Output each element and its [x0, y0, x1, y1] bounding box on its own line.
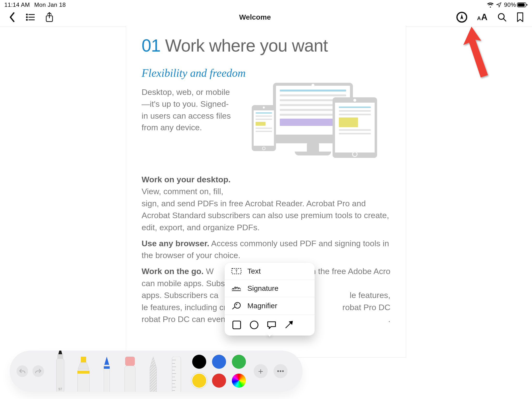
shape-circle-button[interactable] — [249, 320, 259, 330]
swatch-green[interactable] — [232, 355, 246, 369]
svg-rect-21 — [56, 359, 64, 392]
shape-speech-button[interactable] — [266, 320, 277, 330]
tool-eraser[interactable] — [121, 357, 139, 392]
swatch-black[interactable] — [192, 355, 206, 369]
svg-rect-24 — [77, 371, 90, 374]
svg-rect-27 — [125, 357, 135, 366]
battery-pct: 90% — [504, 1, 516, 8]
svg-point-16 — [235, 302, 240, 308]
popover-label: Signature — [247, 284, 278, 292]
status-time: 11:14 AM — [4, 1, 30, 8]
text-size-button[interactable]: AA — [477, 12, 487, 22]
app-toolbar: Welcome AA — [0, 9, 532, 27]
battery-icon — [517, 2, 528, 8]
pen-size: 97 — [58, 387, 62, 391]
popover-label: Magnifier — [247, 302, 277, 310]
tool-lasso[interactable] — [144, 357, 163, 392]
page-heading: 01 Work where you want — [142, 37, 390, 55]
paragraph-desktop: Work on your desktop. View, comment on, … — [142, 174, 390, 234]
shape-arrow-button[interactable] — [284, 320, 294, 330]
document-title: Welcome — [239, 13, 271, 21]
paragraph-browser: Use any browser. Access commonly used PD… — [142, 238, 390, 261]
markup-toolbar: 97 80 50 ＋ — [10, 351, 303, 392]
tool-ruler[interactable] — [167, 357, 186, 392]
redo-button[interactable] — [32, 365, 44, 377]
back-button[interactable] — [8, 12, 16, 22]
swatch-yellow[interactable] — [192, 374, 206, 388]
svg-point-7 — [26, 19, 27, 20]
magnifier-icon — [231, 301, 242, 310]
svg-rect-32 — [172, 357, 181, 392]
status-date: Mon Jan 18 — [34, 1, 66, 8]
svg-rect-22 — [81, 357, 86, 362]
color-swatches — [192, 355, 246, 388]
search-button[interactable] — [497, 12, 507, 22]
text-box-icon: T — [231, 268, 242, 275]
svg-rect-1 — [518, 3, 525, 7]
swatch-red[interactable] — [212, 374, 226, 388]
share-button[interactable] — [45, 12, 54, 23]
svg-point-43 — [277, 370, 279, 372]
tool-pencil[interactable]: 50 — [97, 357, 116, 392]
heading-number: 01 — [142, 36, 160, 55]
outline-button[interactable] — [26, 13, 35, 21]
bookmark-button[interactable] — [517, 12, 524, 22]
popover-item-text[interactable]: T Text — [225, 263, 315, 280]
svg-rect-25 — [104, 365, 110, 392]
add-tool-button[interactable]: ＋ — [254, 364, 268, 378]
heading-text: Work where you want — [160, 36, 328, 55]
popover-item-magnifier[interactable]: Magnifier — [225, 297, 315, 315]
more-button[interactable] — [274, 364, 288, 378]
svg-rect-2 — [526, 4, 527, 6]
svg-rect-31 — [150, 366, 157, 392]
svg-rect-28 — [125, 366, 135, 392]
svg-point-3 — [26, 14, 27, 15]
location-icon — [496, 2, 502, 8]
status-bar: 11:14 AM Mon Jan 18 90% — [0, 0, 532, 9]
devices-illustration — [238, 83, 390, 163]
popover-item-signature[interactable]: Signature — [225, 280, 315, 297]
tool-highlighter[interactable]: 80 — [74, 357, 93, 392]
svg-point-44 — [280, 370, 281, 372]
markup-mode-button[interactable] — [456, 12, 467, 23]
battery-indicator: 90% — [504, 1, 528, 8]
signature-icon — [231, 285, 242, 292]
page-subheading: Flexibility and freedom — [142, 67, 390, 79]
swatch-blue[interactable] — [212, 355, 226, 369]
annotation-popover: T Text Signature Magnifier — [225, 263, 315, 336]
svg-point-18 — [250, 321, 258, 329]
svg-line-12 — [503, 19, 506, 21]
wifi-icon — [487, 2, 494, 8]
svg-point-45 — [282, 370, 284, 372]
svg-point-5 — [26, 17, 27, 18]
lead-paragraph: Desktop, web, or mobile—it's up to you. … — [142, 86, 234, 134]
shape-square-button[interactable] — [231, 320, 242, 330]
svg-rect-17 — [233, 321, 241, 329]
popover-label: Text — [247, 267, 261, 275]
svg-text:T: T — [235, 269, 238, 273]
swatch-color-picker[interactable] — [232, 374, 246, 388]
popover-shape-row — [225, 315, 315, 336]
undo-button[interactable] — [16, 365, 28, 377]
svg-rect-20 — [57, 354, 63, 359]
tool-pen[interactable]: 97 — [51, 351, 70, 392]
svg-rect-26 — [104, 366, 110, 369]
